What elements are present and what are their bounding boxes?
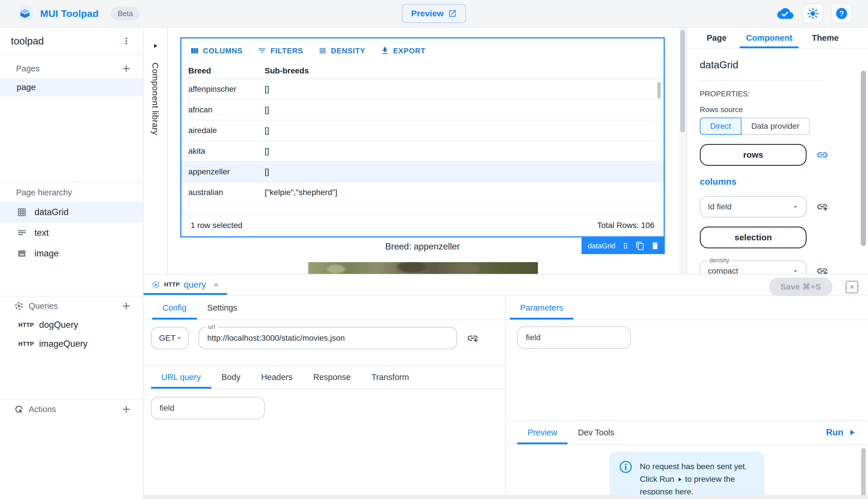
canvas-scrollbar[interactable] (679, 27, 687, 274)
tab-preview[interactable]: Preview (517, 421, 568, 444)
datagrid-footer: 1 row selected Total Rows: 106 (181, 214, 664, 236)
density-button[interactable]: DENSITY (318, 46, 365, 55)
parameters-field-input[interactable] (518, 327, 630, 348)
page-item-label: page (17, 82, 36, 92)
hierarchy-item-label: image (34, 248, 59, 259)
sidebar-item-imagequery[interactable]: HTTP imageQuery (0, 334, 143, 353)
cell-subbreeds: [] (265, 105, 664, 114)
datagrid-scrollbar-thumb[interactable] (657, 82, 661, 99)
tab-http-query[interactable]: HTTP query × (143, 275, 227, 295)
page-canvas: COLUMNS FILTERS DENSITY (168, 27, 687, 274)
columns-editor-link[interactable]: columns (700, 177, 868, 187)
rows-button[interactable]: rows (700, 144, 807, 166)
help-button[interactable]: ? (831, 3, 852, 24)
run-button[interactable]: Run (826, 421, 857, 444)
selection-button[interactable]: selection (700, 227, 807, 248)
tab-body[interactable]: Body (211, 366, 251, 389)
tab-devtools[interactable]: Dev Tools (568, 421, 625, 444)
column-header-breed[interactable]: Breed (181, 66, 265, 75)
cell-breed: african (181, 105, 265, 114)
view-columns-icon (190, 46, 199, 55)
query-item-label: dogQuery (39, 320, 78, 330)
columns-button-label: COLUMNS (203, 47, 242, 55)
close-panel-button[interactable]: × (846, 281, 858, 293)
component-library-strip[interactable]: Component library (143, 27, 168, 274)
horizontal-scrollbar-track[interactable] (143, 495, 868, 499)
cell-subbreeds: [] (265, 126, 664, 135)
id-field-select[interactable]: Id field (700, 196, 807, 217)
cell-breed: australian (181, 188, 265, 197)
method-select[interactable]: GET (151, 327, 189, 349)
rows-source-toggle: Direct Data provider (700, 118, 868, 135)
hierarchy-section-header: Page hierarchy (0, 183, 143, 202)
table-row-selected[interactable]: appenzeller [] (181, 162, 664, 182)
cell-subbreeds: [] (265, 147, 664, 156)
rows-selected-status: 1 row selected (191, 221, 242, 230)
svg-text:?: ? (839, 10, 844, 18)
export-button[interactable]: EXPORT (380, 46, 426, 55)
text-component[interactable]: Breed: appenzeller (180, 242, 665, 252)
add-page-button[interactable] (121, 63, 132, 74)
sidebar-item-page[interactable]: page (0, 78, 143, 96)
hierarchy-header-label: Page hierarchy (16, 188, 72, 197)
tab-settings[interactable]: Settings (197, 296, 248, 319)
run-button-label: Run (826, 427, 843, 438)
tab-url-query[interactable]: URL query (151, 366, 211, 389)
preview-scrollbar-thumb[interactable] (861, 448, 866, 499)
sidebar-item-datagrid[interactable]: dataGrid (0, 202, 143, 222)
component-name-title: dataGrid (700, 59, 868, 71)
divider (700, 80, 823, 81)
beta-badge: Beta (111, 7, 140, 20)
tab-headers[interactable]: Headers (251, 366, 303, 389)
table-row[interactable]: akita [] (181, 141, 664, 162)
tab-config[interactable]: Config (152, 296, 197, 319)
table-row[interactable]: affenpinscher [] (181, 79, 664, 100)
tab-transform[interactable]: Transform (361, 366, 419, 389)
query-config-pane: Config Settings GET url (143, 296, 506, 495)
actions-icon (14, 405, 24, 414)
table-row[interactable]: australian ["kelpie","shepherd"] (181, 182, 664, 203)
url-input[interactable] (199, 333, 456, 343)
url-field: url (199, 327, 457, 349)
columns-button[interactable]: COLUMNS (190, 46, 242, 55)
chevron-down-icon (791, 203, 800, 211)
sidebar-item-text[interactable]: text (0, 222, 143, 243)
preview-button-label: Preview (411, 9, 443, 19)
tab-component[interactable]: Component (740, 27, 798, 48)
close-query-tab-icon[interactable]: × (214, 280, 219, 290)
add-action-button[interactable] (121, 403, 132, 415)
filters-button[interactable]: FILTERS (258, 46, 303, 55)
table-row[interactable]: african [] (181, 100, 664, 120)
add-query-button[interactable] (121, 300, 132, 312)
save-button[interactable]: Save ⌘+S (769, 278, 832, 296)
datagrid-component[interactable]: COLUMNS FILTERS DENSITY (180, 37, 665, 238)
inspector-scrollbar-thumb[interactable] (861, 71, 866, 246)
hierarchy-item-label: dataGrid (34, 207, 69, 217)
url-add-binding-icon[interactable] (467, 332, 479, 344)
image-component[interactable] (308, 262, 538, 274)
url-query-field-input[interactable] (152, 398, 264, 419)
rows-source-direct-option[interactable]: Direct (700, 118, 741, 135)
project-menu-button[interactable] (121, 36, 131, 46)
info-icon (619, 460, 632, 498)
table-row[interactable]: airedale [] (181, 120, 664, 141)
request-row: GET url (151, 327, 505, 349)
alert-line2: Click Run to preview the response here. (640, 473, 754, 498)
pages-section-header: Pages (0, 59, 143, 78)
tab-page[interactable]: Page (700, 27, 733, 48)
tab-response[interactable]: Response (303, 366, 361, 389)
theme-toggle-button[interactable] (802, 3, 823, 24)
sidebar-item-image[interactable]: image (0, 243, 143, 264)
preview-button[interactable]: Preview (402, 4, 466, 23)
expand-library-icon[interactable] (152, 42, 159, 49)
idfield-add-binding-icon[interactable] (816, 201, 828, 213)
density-button-label: DENSITY (331, 47, 365, 55)
tab-parameters[interactable]: Parameters (510, 296, 573, 319)
rows-source-provider-option[interactable]: Data provider (741, 118, 810, 135)
canvas-scrollbar-thumb[interactable] (680, 30, 685, 133)
rows-binding-icon[interactable] (816, 149, 828, 161)
spacer (0, 264, 143, 296)
column-header-subbreeds[interactable]: Sub-breeds (265, 66, 664, 75)
sidebar-item-dogquery[interactable]: HTTP dogQuery (0, 315, 143, 334)
tab-theme[interactable]: Theme (806, 27, 845, 48)
